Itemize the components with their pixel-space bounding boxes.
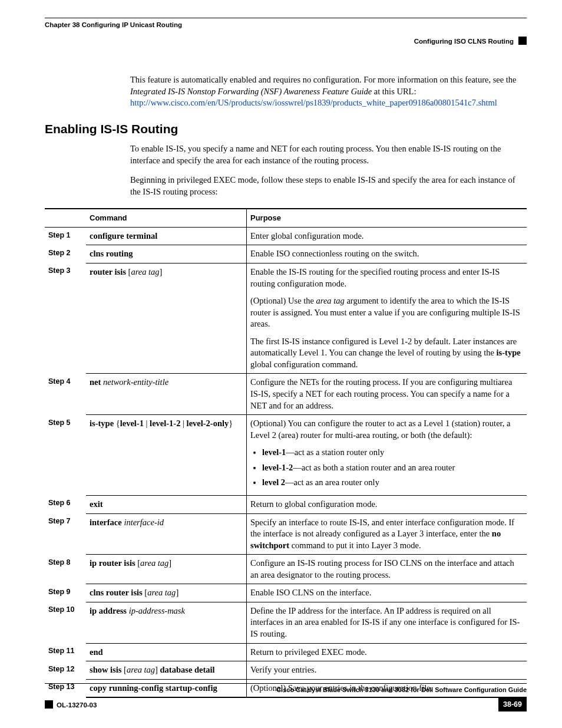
steps-table: Command Purpose Step 1 configure termina… [45,208,527,698]
table-row: Step 12 show isis [area tag] database de… [45,661,527,680]
col-purpose: Purpose [247,209,527,227]
table-row: Step 3 router isis [area tag] Enable the… [45,263,527,374]
table-row: Step 8 ip router isis [area tag] Configu… [45,555,527,584]
col-command: Command [86,209,247,227]
table-row: Step 7 interface interface-id Specify an… [45,513,527,555]
table-row: Step 9 clns router isis [area tag] Enabl… [45,584,527,602]
table-row: Step 10 ip address ip-address-mask Defin… [45,602,527,643]
paragraph: Beginning in privileged EXEC mode, follo… [130,174,527,197]
intro-paragraph: This feature is automatically enabled an… [130,74,527,109]
external-link[interactable]: http://www.cisco.com/en/US/products/sw/i… [130,98,497,107]
table-row: Step 4 net network-entity-title Configur… [45,374,527,415]
table-row: Step 2 clns routing Enable ISO connectio… [45,245,527,263]
table-row: Step 11 end Return to privileged EXEC mo… [45,643,527,661]
table-row: Step 1 configure terminal Enter global c… [45,227,527,245]
page-number: 38-69 [498,698,527,711]
section-label: Configuring ISO CLNS Routing [45,37,527,47]
section-heading: Enabling IS-IS Routing [45,121,527,137]
chapter-label: Chapter 38 Configuring IP Unicast Routin… [45,21,527,30]
table-row: Step 6 exit Return to global configurati… [45,495,527,513]
page-footer: Cisco Catalyst Blade Switch 3130 and 303… [45,683,527,711]
square-icon [45,700,53,709]
book-title: Cisco Catalyst Blade Switch 3130 and 303… [276,686,527,694]
paragraph: To enable IS-IS, you specify a name and … [130,143,527,166]
table-row: Step 5 is-type {level-1 | level-1-2 | le… [45,415,527,496]
doc-id: OL-13270-03 [57,701,97,709]
